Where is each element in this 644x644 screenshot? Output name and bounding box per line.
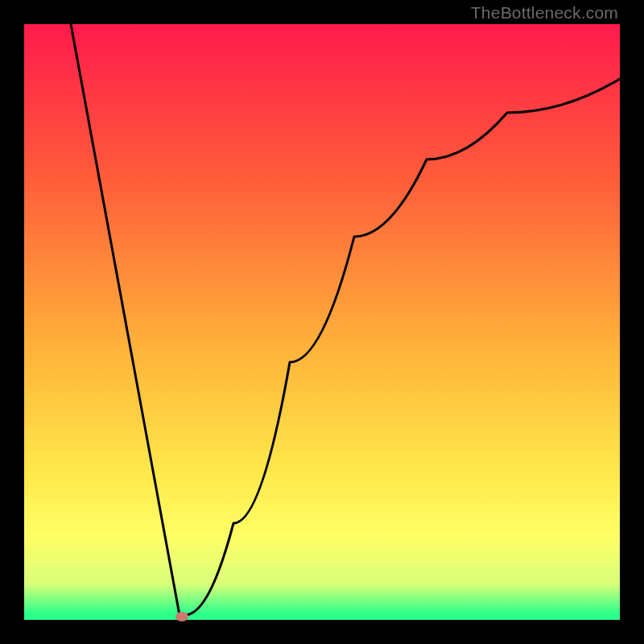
chart-gradient-bg bbox=[24, 24, 620, 620]
watermark-text: TheBottleneck.com bbox=[471, 3, 618, 23]
chart-minimum-marker bbox=[175, 612, 188, 621]
svg-rect-0 bbox=[24, 24, 620, 620]
chart-plot-area bbox=[24, 24, 620, 620]
